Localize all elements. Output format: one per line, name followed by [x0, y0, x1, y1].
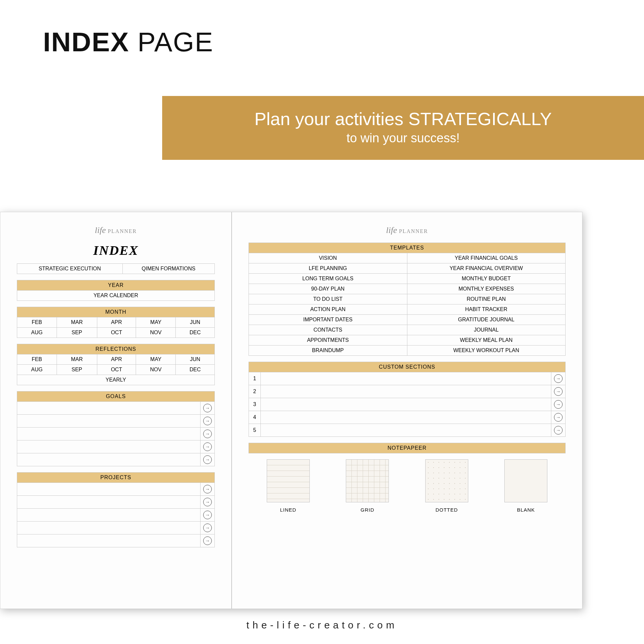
- refl-feb[interactable]: FEB: [17, 354, 57, 365]
- arrow-right-icon: →: [554, 400, 563, 409]
- template-link[interactable]: ACTION PLAN: [249, 304, 407, 315]
- refl-yearly[interactable]: YEARLY: [17, 375, 215, 385]
- project-row[interactable]: [17, 522, 201, 534]
- goal-go-button[interactable]: →: [201, 453, 215, 466]
- template-link[interactable]: WEEKLY WORKOUT PLAN: [407, 345, 566, 356]
- arrow-right-icon: →: [554, 374, 563, 383]
- month-jun[interactable]: JUN: [176, 317, 215, 328]
- refl-sep[interactable]: SEP: [57, 365, 97, 375]
- refl-oct[interactable]: OCT: [97, 365, 136, 375]
- custom-row[interactable]: [261, 424, 551, 437]
- arrow-right-icon: →: [554, 413, 563, 422]
- goal-go-button[interactable]: →: [201, 440, 215, 453]
- project-go-button[interactable]: →: [201, 509, 215, 522]
- custom-num: 3: [249, 398, 261, 411]
- refl-dec[interactable]: DEC: [176, 365, 215, 375]
- goal-go-button[interactable]: →: [201, 415, 215, 428]
- month-aug[interactable]: AUG: [17, 328, 57, 338]
- notepaper-options: LINED GRID DOTTED BLANK: [249, 459, 566, 513]
- link-qimen-formations[interactable]: QIMEN FORMATIONS: [122, 264, 214, 274]
- page-title: INDEX PAGE: [43, 26, 213, 58]
- goal-row[interactable]: [17, 402, 201, 415]
- title-bold: INDEX: [43, 27, 129, 57]
- template-link[interactable]: CONTACTS: [249, 325, 407, 335]
- project-go-button[interactable]: →: [201, 522, 215, 534]
- title-thin: PAGE: [129, 27, 214, 57]
- arrow-right-icon: →: [203, 536, 212, 545]
- refl-nov[interactable]: NOV: [136, 365, 176, 375]
- logo: life PLANNER: [249, 225, 566, 235]
- template-link[interactable]: APPOINTMENTS: [249, 335, 407, 345]
- custom-row[interactable]: [261, 385, 551, 398]
- notepaper-lined[interactable]: LINED: [267, 459, 310, 513]
- project-row[interactable]: [17, 534, 201, 547]
- arrow-right-icon: →: [203, 511, 212, 519]
- template-link[interactable]: WEEKLY MEAL PLAN: [407, 335, 566, 345]
- month-may[interactable]: MAY: [136, 317, 176, 328]
- refl-jun[interactable]: JUN: [176, 354, 215, 365]
- refl-aug[interactable]: AUG: [17, 365, 57, 375]
- month-nov[interactable]: NOV: [136, 328, 176, 338]
- project-row[interactable]: [17, 509, 201, 522]
- month-dec[interactable]: DEC: [176, 328, 215, 338]
- refl-mar[interactable]: MAR: [57, 354, 97, 365]
- custom-go-button[interactable]: →: [551, 372, 566, 385]
- arrow-right-icon: →: [203, 485, 212, 493]
- template-link[interactable]: YEAR FINANCIAL GOALS: [407, 253, 566, 263]
- project-go-button[interactable]: →: [201, 483, 215, 496]
- logo: life PLANNER: [17, 225, 215, 235]
- notepaper-grid[interactable]: GRID: [346, 459, 389, 513]
- custom-go-button[interactable]: →: [551, 424, 566, 437]
- goal-row[interactable]: [17, 440, 201, 453]
- month-apr[interactable]: APR: [97, 317, 136, 328]
- goal-row[interactable]: [17, 453, 201, 466]
- template-link[interactable]: LONG TERM GOALS: [249, 274, 407, 284]
- custom-num: 5: [249, 424, 261, 437]
- template-link[interactable]: BRAINDUMP: [249, 345, 407, 356]
- link-year-calendar[interactable]: YEAR CALENDER: [17, 291, 215, 301]
- templates-header: TEMPLATES: [249, 243, 566, 253]
- notepaper-dotted[interactable]: DOTTED: [425, 459, 468, 513]
- template-link[interactable]: IMPORTANT DATES: [249, 315, 407, 325]
- month-oct[interactable]: OCT: [97, 328, 136, 338]
- month-sep[interactable]: SEP: [57, 328, 97, 338]
- project-row[interactable]: [17, 496, 201, 509]
- planner-right-page: life PLANNER TEMPLATES VISIONYEAR FINANC…: [232, 212, 582, 609]
- template-link[interactable]: TO DO LIST: [249, 294, 407, 304]
- arrow-right-icon: →: [203, 524, 212, 532]
- custom-sections-table: CUSTOM SECTIONS 1→ 2→ 3→ 4→ 5→: [249, 362, 566, 437]
- custom-row[interactable]: [261, 411, 551, 424]
- project-go-button[interactable]: →: [201, 534, 215, 547]
- month-feb[interactable]: FEB: [17, 317, 57, 328]
- custom-row[interactable]: [261, 372, 551, 385]
- goal-go-button[interactable]: →: [201, 402, 215, 415]
- arrow-right-icon: →: [203, 455, 212, 464]
- project-row[interactable]: [17, 483, 201, 496]
- link-strategic-execution[interactable]: STRATEGIC EXECUTION: [17, 264, 123, 274]
- goal-go-button[interactable]: →: [201, 428, 215, 440]
- template-link[interactable]: YEAR FINANCIAL OVERVIEW: [407, 263, 566, 274]
- template-link[interactable]: VISION: [249, 253, 407, 263]
- custom-go-button[interactable]: →: [551, 385, 566, 398]
- project-go-button[interactable]: →: [201, 496, 215, 509]
- banner-line2: to win your success!: [175, 131, 631, 145]
- template-link[interactable]: MONTHLY EXPENSES: [407, 284, 566, 294]
- template-link[interactable]: HABIT TRACKER: [407, 304, 566, 315]
- custom-go-button[interactable]: →: [551, 411, 566, 424]
- goal-row[interactable]: [17, 415, 201, 428]
- planner-left-page: life PLANNER INDEX STRATEGIC EXECUTION Q…: [0, 212, 232, 609]
- custom-row[interactable]: [261, 398, 551, 411]
- template-link[interactable]: ROUTINE PLAN: [407, 294, 566, 304]
- template-link[interactable]: 90-DAY PLAN: [249, 284, 407, 294]
- goal-row[interactable]: [17, 428, 201, 440]
- refl-apr[interactable]: APR: [97, 354, 136, 365]
- template-link[interactable]: MONTHLY BUDGET: [407, 274, 566, 284]
- template-link[interactable]: GRATITUDE JOURNAL: [407, 315, 566, 325]
- custom-go-button[interactable]: →: [551, 398, 566, 411]
- notepaper-blank[interactable]: BLANK: [504, 459, 547, 513]
- template-link[interactable]: JOURNAL: [407, 325, 566, 335]
- refl-may[interactable]: MAY: [136, 354, 176, 365]
- arrow-right-icon: →: [554, 426, 563, 435]
- template-link[interactable]: LFE PLANNING: [249, 263, 407, 274]
- month-mar[interactable]: MAR: [57, 317, 97, 328]
